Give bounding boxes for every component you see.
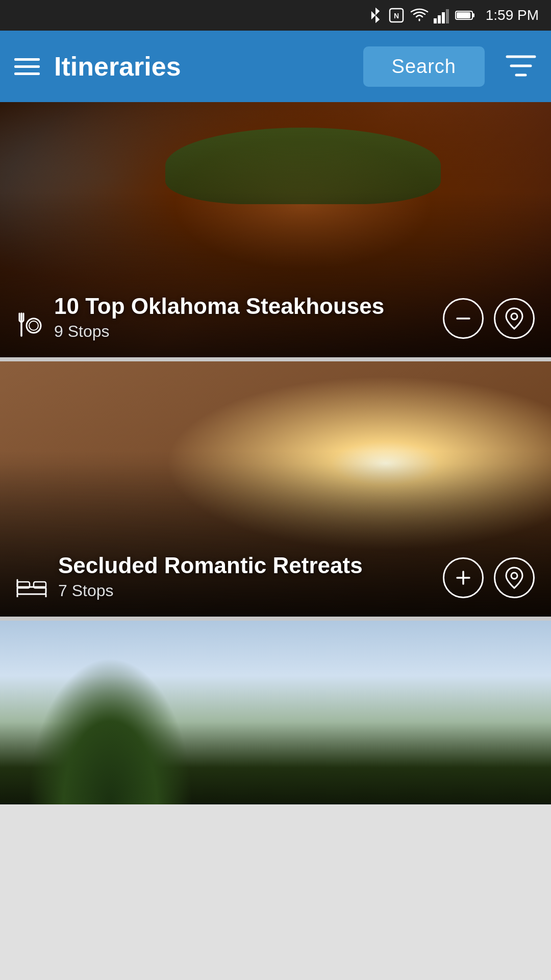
status-time: 1:59 PM [486,7,539,23]
battery-icon [455,10,475,21]
map-pin-icon [505,567,524,589]
card-actions [443,298,535,339]
svg-rect-3 [438,15,441,23]
card-content: Secluded Romantic Retreats 7 Stops [0,538,551,617]
svg-rect-4 [442,12,445,23]
card-title: 10 Top Oklahoma Steakhouses [54,293,384,320]
remove-button[interactable] [443,298,484,339]
card-text-block: 10 Top Oklahoma Steakhouses 9 Stops [54,293,384,341]
svg-rect-8 [457,12,470,18]
hamburger-menu[interactable] [14,58,40,75]
page-title: Itineraries [54,51,349,82]
filter-icon [505,52,537,81]
bed-icon [16,575,47,597]
map-pin-icon [505,307,524,330]
card-list: 10 Top Oklahoma Steakhouses 9 Stops [0,102,551,804]
card-image [0,621,551,804]
card-item[interactable]: Secluded Romantic Retreats 7 Stops [0,361,551,617]
bluetooth-icon [368,6,383,24]
svg-rect-7 [472,13,474,17]
search-button[interactable]: Search [363,46,485,87]
card-content: 10 Top Oklahoma Steakhouses 9 Stops [0,279,551,357]
svg-point-16 [29,321,38,330]
status-icons: N 1:59 PM [368,6,539,24]
svg-rect-5 [446,9,449,23]
map-button[interactable] [494,557,535,598]
card-text-area: 10 Top Oklahoma Steakhouses 9 Stops [16,293,443,341]
minus-icon [454,309,472,328]
plus-icon [454,569,472,587]
nfc-icon: N [388,7,405,24]
card-item[interactable]: 10 Top Oklahoma Steakhouses 9 Stops [0,102,551,357]
svg-rect-2 [434,18,437,23]
status-bar: N 1:59 PM [0,0,551,31]
map-button[interactable] [494,298,535,339]
card-stops: 9 Stops [54,322,384,341]
add-button[interactable] [443,557,484,598]
svg-text:N: N [394,12,399,20]
card-text-area: Secluded Romantic Retreats 7 Stops [16,552,443,600]
svg-point-27 [511,573,517,579]
signal-icon [434,7,450,23]
card-title: Secluded Romantic Retreats [58,552,363,579]
restaurant-icon [16,311,43,338]
wifi-icon [410,8,429,22]
filter-button[interactable] [505,52,537,81]
card-item[interactable] [0,621,551,804]
card-actions [443,557,535,598]
app-header: Itineraries Search [0,31,551,102]
card-text-block: Secluded Romantic Retreats 7 Stops [58,552,363,600]
svg-point-18 [511,313,517,320]
card-stops: 7 Stops [58,581,363,600]
